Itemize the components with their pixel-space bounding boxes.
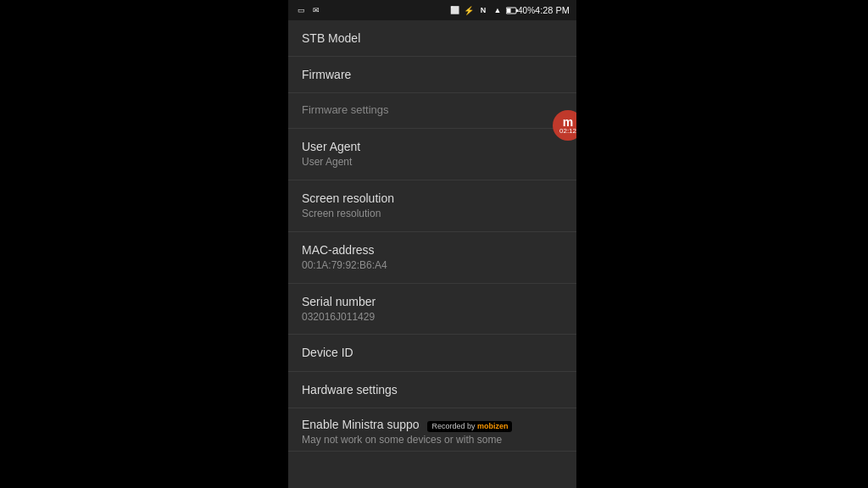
status-time: 4:28 PM [535, 5, 570, 15]
menu-item-stb-model[interactable]: STB Model [288, 20, 576, 57]
enable-ministra-subtitle: May not work on some devices or with som… [302, 434, 563, 447]
screen-resolution-subtitle: Screen resolution [302, 208, 563, 221]
firmware-title: Firmware [302, 67, 563, 82]
user-agent-subtitle: User Agent [302, 156, 563, 169]
signal-icon: ▲ [492, 6, 504, 14]
menu-item-firmware-settings: Firmware settings m 02:12 [288, 93, 576, 129]
svg-rect-2 [507, 8, 511, 13]
cast-status-icon: ⬜ [448, 6, 460, 14]
user-agent-title: User Agent [302, 139, 563, 154]
status-right-icons: ⬜ ⚡ N ▲ 40% 4:28 PM [448, 5, 570, 15]
badge-time: 02:12 [559, 128, 576, 135]
device-id-title: Device ID [302, 345, 563, 360]
menu-item-device-id[interactable]: Device ID [288, 335, 576, 371]
menu-item-hardware-settings[interactable]: Hardware settings [288, 372, 576, 408]
notification-icon: ✉ [310, 6, 322, 14]
cast-icon: ▭ [295, 6, 307, 14]
screen-resolution-title: Screen resolution [302, 191, 563, 206]
hardware-settings-title: Hardware settings [302, 382, 563, 397]
phone-screen: ▭ ✉ ⬜ ⚡ N ▲ 40% 4:28 PM STB Model Firmw [288, 0, 576, 488]
menu-item-firmware[interactable]: Firmware [288, 57, 576, 93]
status-left-icons: ▭ ✉ [295, 6, 322, 14]
serial-number-value: 032016J011429 [302, 311, 563, 324]
enable-ministra-title: Enable Ministra suppo Recorded by mobize… [302, 417, 563, 433]
menu-item-screen-resolution[interactable]: Screen resolution Screen resolution [288, 180, 576, 232]
n-icon: N [477, 6, 489, 14]
menu-item-enable-ministra[interactable]: Enable Ministra suppo Recorded by mobize… [288, 408, 576, 452]
recorded-by-inline: Recorded by mobizen [427, 421, 512, 433]
stb-model-title: STB Model [302, 30, 563, 46]
menu-item-user-agent[interactable]: User Agent User Agent [288, 129, 576, 180]
mac-address-value: 00:1A:79:92:B6:A4 [302, 259, 563, 273]
menu-list: STB Model Firmware Firmware settings m 0… [288, 20, 576, 488]
bluetooth-icon: ⚡ [463, 6, 475, 14]
menu-item-serial-number[interactable]: Serial number 032016J011429 [288, 284, 576, 336]
firmware-settings-title: Firmware settings [302, 103, 563, 118]
serial-number-title: Serial number [302, 294, 563, 309]
menu-item-mac-address[interactable]: MAC-address 00:1A:79:92:B6:A4 [288, 232, 576, 284]
status-bar: ▭ ✉ ⬜ ⚡ N ▲ 40% 4:28 PM [288, 0, 576, 20]
battery-percent: 40% [520, 6, 532, 14]
battery-icon [506, 6, 518, 14]
mac-address-title: MAC-address [302, 242, 563, 258]
badge-letter: m [563, 116, 573, 128]
